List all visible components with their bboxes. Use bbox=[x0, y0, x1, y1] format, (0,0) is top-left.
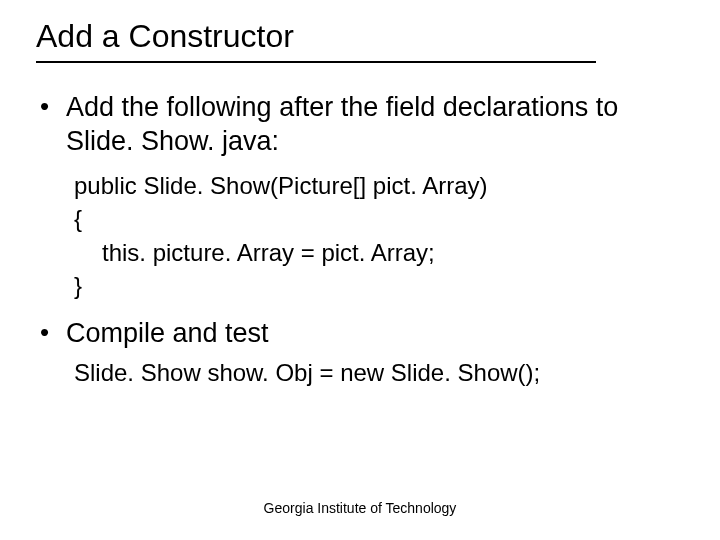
bullet-list: Add the following after the field declar… bbox=[36, 91, 690, 387]
slide-footer: Georgia Institute of Technology bbox=[0, 500, 720, 516]
code-block: public Slide. Show(Picture[] pict. Array… bbox=[74, 169, 690, 303]
bullet-item: Compile and test Slide. Show show. Obj =… bbox=[36, 317, 690, 387]
code-example: Slide. Show show. Obj = new Slide. Show(… bbox=[74, 359, 690, 387]
bullet-text: Compile and test bbox=[66, 317, 690, 351]
code-line: public Slide. Show(Picture[] pict. Array… bbox=[74, 169, 690, 203]
code-line: { bbox=[74, 202, 690, 236]
slide: Add a Constructor Add the following afte… bbox=[0, 0, 720, 540]
bullet-item: Add the following after the field declar… bbox=[36, 91, 690, 303]
code-line: this. picture. Array = pict. Array; bbox=[74, 236, 690, 270]
slide-title: Add a Constructor bbox=[36, 18, 596, 63]
code-line: } bbox=[74, 269, 690, 303]
bullet-text: Add the following after the field declar… bbox=[66, 91, 690, 159]
